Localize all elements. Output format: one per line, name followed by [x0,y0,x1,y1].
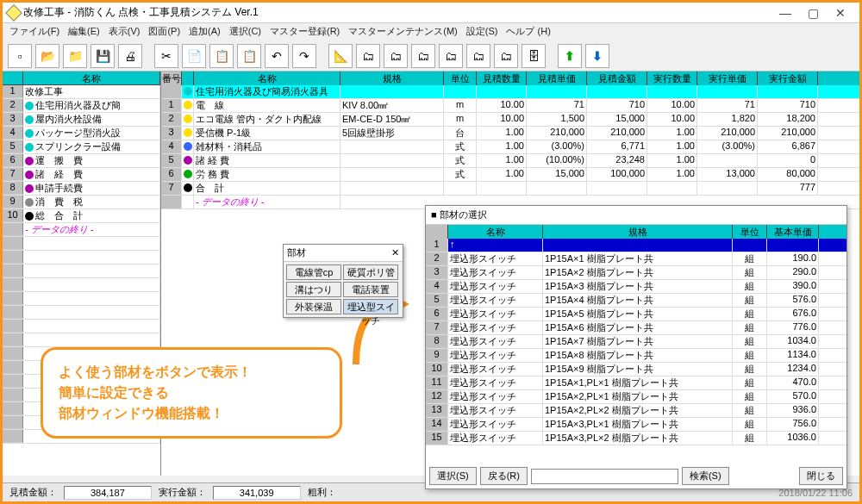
material-row[interactable]: 9埋込形スイッチ1P15A×8 樹脂プレート共組1134.0 [426,349,846,363]
grid-row[interactable]: 住宅用消火器及び簡易消火器具 [161,85,859,99]
grid-row[interactable]: 5諸 経 費式1.00(10.00%)23,2481.000 [161,154,859,168]
menu-view[interactable]: 表示(V) [109,25,141,39]
material-btn[interactable]: 電話装置 [343,282,398,297]
tree-row[interactable]: 5スプリンクラー設備 [3,140,160,154]
tree-row[interactable]: 4パッケージ型消火設 [3,127,160,140]
material-row[interactable]: 1↑ [426,239,846,252]
tool3-icon[interactable]: 🗂 [384,44,408,68]
rh-q2: 実行数量 [647,72,697,85]
grid-row[interactable]: 7合 計777 [161,182,859,196]
material-row[interactable]: 7埋込形スイッチ1P15A×6 樹脂プレート共組776.0 [426,321,846,335]
select-button[interactable]: 選択(S) [429,467,477,485]
menu-help[interactable]: ヘルプ (H) [506,25,550,39]
status-estimate-value: 384,187 [64,486,152,500]
folder-icon[interactable]: 📁 [63,44,87,68]
tree-row[interactable]: 2住宅用消火器及び簡 [3,99,160,113]
menubar: ファイル(F) 編集(E) 表示(V) 図面(P) 追加(A) 選択(C) マス… [3,23,859,40]
material-row[interactable]: 2埋込形スイッチ1P15A×1 樹脂プレート共組190.0 [426,252,846,266]
material-btn[interactable]: 硬質ポリ管 [343,264,398,280]
material-btn[interactable]: 電線管cp [286,264,341,280]
tool1-icon[interactable]: 📐 [328,44,353,68]
material-row[interactable]: 6埋込形スイッチ1P15A×5 樹脂プレート共組676.0 [426,308,846,321]
material-btn[interactable]: 外装保温 [286,299,341,314]
material-select-dialog[interactable]: ■ 部材の選択 名称 規格 単位 基本単価 1↑2埋込形スイッチ1P15A×1 … [425,205,847,489]
material-row[interactable]: 10埋込形スイッチ1P15A×9 樹脂プレート共組1234.0 [426,363,846,376]
tree-row[interactable]: 9消 費 税 [3,196,160,209]
material-popup[interactable]: 部材✕ 電線管cp硬質ポリ管溝はつり電話装置外装保温埋込型スイッチ [283,244,403,318]
close-button[interactable]: ✕ [827,6,854,20]
tool4-icon[interactable]: 🗂 [411,44,435,68]
grid-row[interactable]: 6労 務 費式1.0015,000100,0001.0013,00080,000 [161,168,859,182]
material-row[interactable]: 11埋込形スイッチ1P15A×1,PL×1 樹脂プレート共組470.0 [426,376,846,390]
close-dialog-button[interactable]: 閉じる [799,467,843,485]
db-icon[interactable]: 🗄 [522,44,546,68]
paste-icon[interactable]: 📋 [209,44,234,68]
menu-file[interactable]: ファイル(F) [9,25,59,39]
p2h-unit: 単位 [733,225,767,239]
move-down-icon[interactable]: ⬇ [585,44,609,68]
menu-settings[interactable]: 設定(S) [466,25,498,39]
tool6-icon[interactable]: 🗂 [466,44,490,68]
rh-q: 見積数量 [477,72,527,85]
material-row[interactable]: 4埋込形スイッチ1P15A×3 樹脂プレート共組390.0 [426,280,846,294]
tree-row[interactable]: 7諸 経 費 [3,168,160,182]
save-icon[interactable]: 💾 [91,44,115,68]
paste2-icon[interactable]: 📋 [237,44,261,68]
tool7-icon[interactable]: 🗂 [494,44,518,68]
new-icon[interactable]: ▫ [8,44,32,68]
callout-line1: よく使う部材をボタンで表示！ [59,362,324,383]
print-icon[interactable]: 🖨 [118,44,142,68]
move-up-icon[interactable]: ⬆ [558,44,582,68]
material-row[interactable]: 5埋込形スイッチ1P15A×4 樹脂プレート共組576.0 [426,294,846,308]
material-btn[interactable]: 溝はつり [286,282,341,297]
feature-callout: よく使う部材をボタンで表示！ 簡単に設定できる 部材ウィンドウ機能搭載！ [41,347,342,439]
menu-master-maint[interactable]: マスターメンテナンス(M) [348,25,458,39]
back-button[interactable]: 戻る(R) [480,467,528,485]
maximize-button[interactable]: ▢ [799,6,827,20]
tool2-icon[interactable]: 🗂 [356,44,380,68]
open-icon[interactable]: 📂 [35,44,59,68]
titlebar: 改修工事 - 消防くん 点検・工事見積システム Ver.1 — ▢ ✕ [3,3,859,23]
tree-row[interactable]: 1改修工事 [3,85,160,99]
rh-amt2: 実行金額 [758,72,818,85]
redo-icon[interactable]: ↷ [292,44,316,68]
tool5-icon[interactable]: 🗂 [439,44,463,68]
grid-row[interactable]: 1電 線KIV 8.00㎟m10.007171010.0071710 [161,99,859,113]
status-label-actual: 実行金額： [159,486,206,499]
callout-line2: 簡単に設定できる [59,383,324,403]
material-row[interactable]: 12埋込形スイッチ1P15A×2,PL×1 樹脂プレート共組570.0 [426,390,846,404]
cut-icon[interactable]: ✂ [154,44,178,68]
grid-row[interactable]: 4雑材料・消耗品式1.00(3.00%)6,7711.00(3.00%)6,86… [161,140,859,154]
material-row[interactable]: 8埋込形スイッチ1P15A×7 樹脂プレート共組1034.0 [426,335,846,349]
material-btn[interactable]: 埋込型スイッチ [343,299,398,314]
rh-amt: 見積金額 [587,72,647,85]
search-input[interactable] [531,469,678,484]
copy-icon[interactable]: 📄 [182,44,206,68]
tree-row[interactable]: 3屋内消火栓設備 [3,113,160,127]
menu-edit[interactable]: 編集(E) [68,25,100,39]
material-row[interactable]: 3埋込形スイッチ1P15A×2 樹脂プレート共組290.0 [426,266,846,280]
material-row[interactable]: 14埋込形スイッチ1P15A×3,PL×1 樹脂プレート共組756.0 [426,418,846,432]
material-row[interactable]: 13埋込形スイッチ1P15A×2,PL×2 樹脂プレート共組936.0 [426,404,846,418]
menu-drawing[interactable]: 図面(P) [148,25,180,39]
material-row[interactable]: 15埋込形スイッチ1P15A×3,PL×2 樹脂プレート共組1036.0 [426,432,846,445]
material-select-title: 部材の選択 [440,209,487,220]
material-popup-title: 部材 [287,246,306,259]
minimize-button[interactable]: — [771,6,799,20]
callout-line3: 部材ウィンドウ機能搭載！ [59,403,324,424]
tree-row[interactable]: 8申請手続費 [3,182,160,196]
status-label-profit: 粗利： [308,486,336,499]
menu-master-reg[interactable]: マスター登録(R) [270,25,340,39]
grid-row[interactable]: 3受信機 P-1級5回線壁掛形台1.00210,000210,0001.0021… [161,127,859,140]
p2h-price: 基本単価 [767,225,819,239]
tree-row[interactable]: 10総 合 計 [3,209,160,223]
menu-add[interactable]: 追加(A) [189,25,221,39]
search-button[interactable]: 検索(S) [682,467,729,485]
p2h-name: 名称 [448,225,543,239]
tree-row[interactable]: 6運 搬 費 [3,154,160,168]
menu-select[interactable]: 選択(C) [229,25,261,39]
grid-row[interactable]: 2エコ電線 管内・ダクト内配線EM-CE-D 150㎟m10.001,50015… [161,113,859,127]
close-icon[interactable]: ✕ [391,247,399,258]
rh-spec: 規格 [340,72,444,85]
undo-icon[interactable]: ↶ [265,44,289,68]
